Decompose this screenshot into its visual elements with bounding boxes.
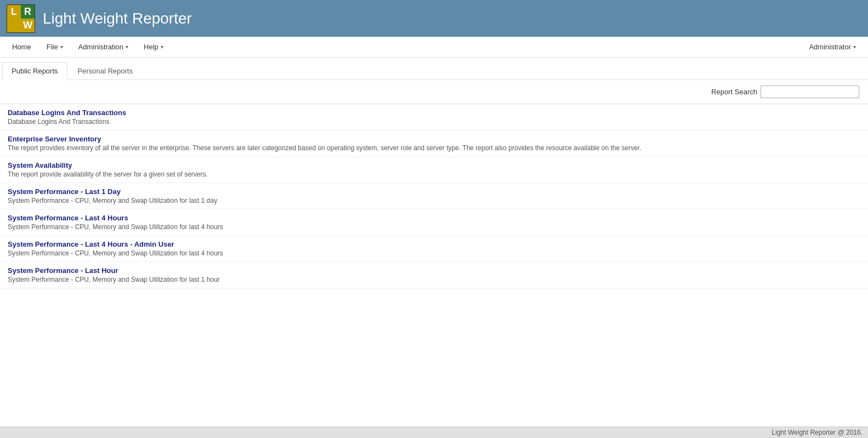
file-caret-icon: ▾ bbox=[60, 44, 63, 50]
nav-help[interactable]: Help ▾ bbox=[136, 38, 171, 55]
report-item: System Performance - Last HourSystem Per… bbox=[0, 262, 868, 288]
app-header: L R W Light Weight Reporter bbox=[0, 0, 868, 37]
search-label: Report Search bbox=[711, 88, 757, 96]
report-description: Database Logins And Transactions bbox=[8, 118, 860, 126]
report-item: System Performance - Last 1 DaySystem Pe… bbox=[0, 183, 868, 209]
report-description: System Performance - CPU, Memory and Swa… bbox=[8, 276, 860, 283]
administration-caret-icon: ▾ bbox=[126, 44, 128, 50]
tab-personal-reports[interactable]: Personal Reports bbox=[69, 62, 142, 79]
help-caret-icon: ▾ bbox=[161, 44, 163, 50]
report-item: Enterprise Server InventoryThe report pr… bbox=[0, 130, 868, 157]
logo-cell-r: R bbox=[21, 5, 35, 19]
report-title-link[interactable]: System Availability bbox=[8, 161, 72, 169]
report-item: System AvailabilityThe report provide av… bbox=[0, 157, 868, 183]
report-item: Database Logins And TransactionsDatabase… bbox=[0, 104, 868, 130]
report-title-link[interactable]: System Performance - Last 1 Day bbox=[8, 187, 121, 196]
report-description: System Performance - CPU, Memory and Swa… bbox=[8, 197, 860, 204]
report-title-link[interactable]: System Performance - Last 4 Hours - Admi… bbox=[8, 240, 174, 248]
report-list: Database Logins And TransactionsDatabase… bbox=[0, 104, 868, 288]
report-description: System Performance - CPU, Memory and Swa… bbox=[8, 223, 860, 231]
report-title-link[interactable]: Enterprise Server Inventory bbox=[8, 135, 101, 143]
search-input[interactable] bbox=[761, 86, 859, 98]
report-title-link[interactable]: System Performance - Last 4 Hours bbox=[8, 214, 128, 222]
navbar: Home File ▾ Administration ▾ Help ▾ Admi… bbox=[0, 37, 868, 58]
app-title: Light Weight Reporter bbox=[43, 10, 192, 27]
report-title-link[interactable]: Database Logins And Transactions bbox=[8, 109, 126, 117]
nav-administration[interactable]: Administration ▾ bbox=[71, 38, 136, 55]
user-caret-icon: ▾ bbox=[853, 44, 856, 50]
report-description: The report provides inventory of all the… bbox=[8, 144, 860, 152]
report-item: System Performance - Last 4 HoursSystem … bbox=[0, 209, 868, 236]
logo-cell-l: L bbox=[7, 5, 21, 19]
nav-home[interactable]: Home bbox=[4, 38, 39, 55]
tab-public-reports[interactable]: Public Reports bbox=[2, 62, 67, 80]
report-item: System Performance - Last 4 Hours - Admi… bbox=[0, 236, 868, 262]
tabs-container: Public Reports Personal Reports bbox=[0, 58, 868, 80]
nav-file[interactable]: File ▾ bbox=[39, 38, 71, 55]
report-description: The report provide availability of the s… bbox=[8, 170, 860, 178]
app-logo: L R W bbox=[7, 4, 35, 33]
report-description: System Performance - CPU, Memory and Swa… bbox=[8, 249, 860, 257]
logo-cell-empty bbox=[7, 19, 21, 32]
nav-user[interactable]: Administrator ▾ bbox=[801, 38, 864, 55]
search-bar: Report Search bbox=[0, 80, 868, 104]
logo-cell-w: W bbox=[21, 19, 35, 32]
report-title-link[interactable]: System Performance - Last Hour bbox=[8, 266, 118, 275]
